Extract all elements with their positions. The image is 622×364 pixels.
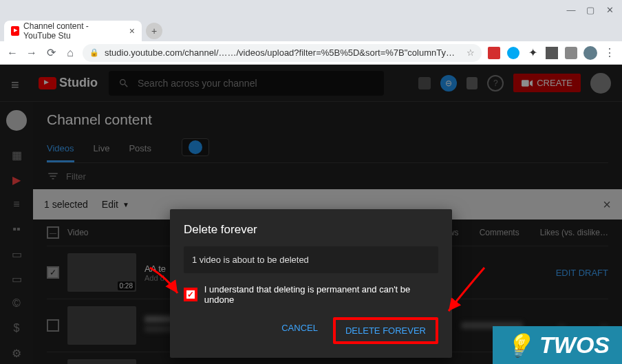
browser-toolbar: ← → ⟳ ⌂ 🔒 studio.youtube.com/channel/……/… (0, 41, 622, 65)
delete-forever-modal: Delete forever 1 video is about to be de… (170, 209, 452, 358)
modal-title: Delete forever (184, 223, 438, 237)
watermark: 💡 TWOS (493, 326, 622, 364)
app-root: ≡ Studio Search across your channel ⊖ ? … (0, 65, 622, 364)
tab-title: Channel content - YouTube Stu (23, 21, 122, 41)
extension-icon-2[interactable] (506, 46, 520, 60)
url-text: studio.youtube.com/channel/……/videos/upl… (105, 47, 461, 58)
browser-tab-bar: Channel content - YouTube Stu × + (0, 19, 622, 41)
youtube-favicon-icon (11, 26, 19, 36)
confirm-checkbox[interactable] (184, 288, 197, 301)
forward-button[interactable]: → (25, 46, 39, 60)
star-icon[interactable]: ☆ (466, 47, 475, 58)
browser-tab-active[interactable]: Channel content - YouTube Stu × (4, 21, 142, 41)
close-tab-icon[interactable]: × (129, 25, 135, 36)
window-titlebar: — ▢ ✕ (0, 0, 622, 19)
profile-icon[interactable] (583, 46, 597, 60)
back-button[interactable]: ← (6, 46, 19, 60)
modal-overlay: Delete forever 1 video is about to be de… (0, 65, 622, 364)
extension-icon-4[interactable] (564, 46, 578, 60)
home-button[interactable]: ⌂ (63, 46, 77, 60)
delete-forever-button[interactable]: DELETE FOREVER (333, 317, 438, 344)
reload-button[interactable]: ⟳ (44, 46, 58, 60)
watermark-text: TWOS (539, 332, 610, 358)
browser-menu-button[interactable]: ⋮ (603, 46, 616, 60)
lock-icon: 🔒 (89, 48, 99, 57)
extension-icon-3[interactable] (545, 46, 559, 60)
maximize-button[interactable]: ▢ (581, 3, 600, 17)
lightbulb-icon: 💡 (505, 332, 533, 358)
extensions-button[interactable]: ✦ (526, 46, 539, 60)
modal-message: 1 video is about to be deleted (184, 246, 438, 273)
new-tab-button[interactable]: + (146, 23, 162, 39)
cancel-button[interactable]: CANCEL (272, 317, 328, 344)
extension-icon-1[interactable] (487, 46, 501, 60)
modal-confirm-row[interactable]: I understand that deleting is permanent … (184, 284, 438, 305)
confirm-label: I understand that deleting is permanent … (204, 284, 438, 305)
close-window-button[interactable]: ✕ (600, 3, 619, 17)
modal-actions: CANCEL DELETE FOREVER (184, 317, 438, 344)
address-bar[interactable]: 🔒 studio.youtube.com/channel/……/videos/u… (83, 44, 482, 62)
minimize-button[interactable]: — (561, 3, 581, 17)
